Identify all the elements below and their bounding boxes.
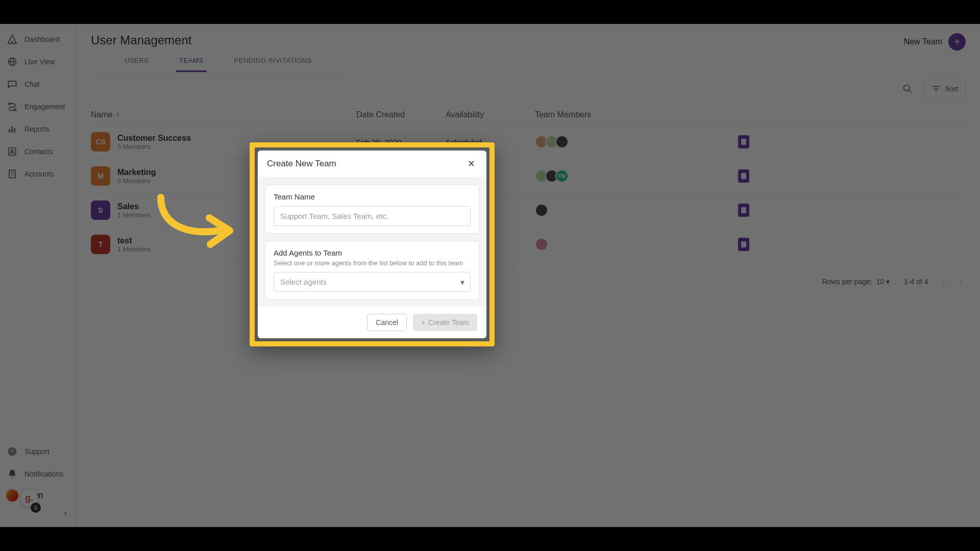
app-shell: Dashboard Live View Chat Engagement Repo… <box>0 24 980 527</box>
close-icon: ✕ <box>468 158 475 169</box>
create-team-label: Create Team <box>428 318 469 327</box>
plus-icon: + <box>421 318 425 327</box>
agents-select[interactable] <box>274 272 471 292</box>
create-team-button[interactable]: + Create Team <box>413 314 477 331</box>
modal-close-button[interactable]: ✕ <box>465 158 477 170</box>
create-team-modal: Create New Team ✕ Team Name Add Agents t… <box>258 151 486 338</box>
modal-highlight-frame: Create New Team ✕ Team Name Add Agents t… <box>250 142 495 346</box>
cancel-button[interactable]: Cancel <box>367 314 407 331</box>
add-agents-field: Add Agents to Team Select one or more ag… <box>265 241 479 299</box>
add-agents-label: Add Agents to Team <box>274 248 471 257</box>
add-agents-sublabel: Select one or more agents from the list … <box>274 259 471 267</box>
team-name-label: Team Name <box>274 192 471 201</box>
modal-title: Create New Team <box>267 159 336 169</box>
team-name-input[interactable] <box>274 206 471 226</box>
team-name-field: Team Name <box>265 185 479 234</box>
